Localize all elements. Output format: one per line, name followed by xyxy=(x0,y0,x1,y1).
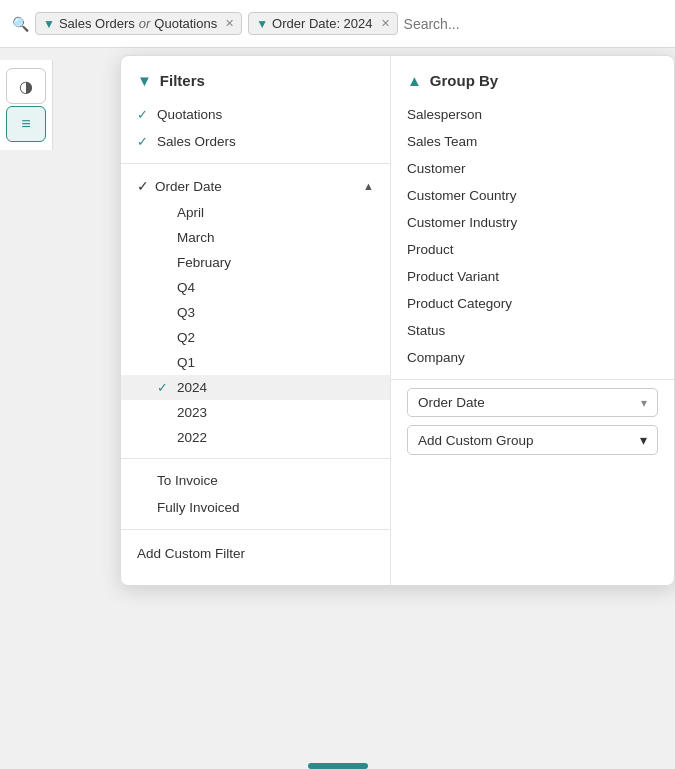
groupby-customer-industry[interactable]: Customer Industry xyxy=(391,209,674,236)
groupby-salesperson[interactable]: Salesperson xyxy=(391,101,674,128)
groupby-product-category[interactable]: Product Category xyxy=(391,290,674,317)
add-custom-group-button[interactable]: Add Custom Group ▾ xyxy=(407,425,658,455)
filter-tag-icon2: ▼ xyxy=(256,17,268,31)
filter-tag-icon: ▼ xyxy=(43,17,55,31)
order-date-select-arrow: ▾ xyxy=(641,396,647,410)
date-label-february: February xyxy=(177,255,231,270)
groupby-customer-label: Customer xyxy=(407,161,466,176)
add-custom-group-label: Add Custom Group xyxy=(418,433,534,448)
pie-chart-icon: ◑ xyxy=(19,77,33,96)
filters-header-label: Filters xyxy=(160,72,205,89)
filter-tag-close[interactable]: ✕ xyxy=(225,17,234,30)
groupby-customer-country[interactable]: Customer Country xyxy=(391,182,674,209)
filter-to-invoice-label: To Invoice xyxy=(157,473,218,488)
date-item-march[interactable]: ✓ March xyxy=(121,225,390,250)
order-date-left: ✓ Order Date xyxy=(137,178,222,194)
filter-tag-order-date[interactable]: ▼ Order Date: 2024 ✕ xyxy=(248,12,397,35)
filter-order-date-header[interactable]: ✓ Order Date ▲ xyxy=(121,172,390,200)
list-icon: ≡ xyxy=(21,115,30,133)
date-item-2022[interactable]: ✓ 2022 xyxy=(121,425,390,450)
date-label-march: March xyxy=(177,230,215,245)
filter-sales-orders[interactable]: ✓ Sales Orders xyxy=(121,128,390,155)
date-label-q1: Q1 xyxy=(177,355,195,370)
date-item-february[interactable]: ✓ February xyxy=(121,250,390,275)
date-item-q3[interactable]: ✓ Q3 xyxy=(121,300,390,325)
pie-chart-view-button[interactable]: ◑ xyxy=(6,68,46,104)
groupby-column: ▲ Group By Salesperson Sales Team Custom… xyxy=(391,56,674,585)
search-icon[interactable]: 🔍 xyxy=(12,16,29,32)
filter-tag-label: Sales Orders xyxy=(59,16,135,31)
check-icon-2024: ✓ xyxy=(157,380,171,395)
groupby-customer-country-label: Customer Country xyxy=(407,188,517,203)
search-input[interactable] xyxy=(404,16,663,32)
order-date-select[interactable]: Order Date ▾ xyxy=(407,388,658,417)
check-icon-quotations: ✓ xyxy=(137,107,151,122)
filter-fully-invoiced-label: Fully Invoiced xyxy=(157,500,240,515)
groupby-divider xyxy=(391,379,674,380)
list-view-button[interactable]: ≡ xyxy=(6,106,46,142)
filter-tag-label2: Quotations xyxy=(154,16,217,31)
date-item-q2[interactable]: ✓ Q2 xyxy=(121,325,390,350)
search-bar: 🔍 ▼ Sales Orders or Quotations ✕ ▼ Order… xyxy=(0,0,675,48)
filter-tag-sales-orders[interactable]: ▼ Sales Orders or Quotations ✕ xyxy=(35,12,242,35)
date-label-april: April xyxy=(177,205,204,220)
date-item-2023[interactable]: ✓ 2023 xyxy=(121,400,390,425)
filters-header: ▼ Filters xyxy=(121,72,390,101)
filters-column: ▼ Filters ✓ Quotations ✓ Sales Orders ✓ … xyxy=(121,56,391,585)
filter-quotations[interactable]: ✓ Quotations xyxy=(121,101,390,128)
order-date-select-label: Order Date xyxy=(418,395,485,410)
filters-header-icon: ▼ xyxy=(137,72,152,89)
date-label-q3: Q3 xyxy=(177,305,195,320)
groupby-product[interactable]: Product xyxy=(391,236,674,263)
check-icon-order-date: ✓ xyxy=(137,178,149,194)
groupby-sales-team[interactable]: Sales Team xyxy=(391,128,674,155)
date-label-q2: Q2 xyxy=(177,330,195,345)
filter-to-invoice[interactable]: ✓ To Invoice xyxy=(121,467,390,494)
groupby-customer-industry-label: Customer Industry xyxy=(407,215,517,230)
add-custom-group-arrow: ▾ xyxy=(640,432,647,448)
filter-tag-connector: or xyxy=(139,16,151,31)
groupby-customer[interactable]: Customer xyxy=(391,155,674,182)
groupby-status-label: Status xyxy=(407,323,445,338)
date-item-q4[interactable]: ✓ Q4 xyxy=(121,275,390,300)
divider-3 xyxy=(121,529,390,530)
groupby-header-icon: ▲ xyxy=(407,72,422,89)
filter-tag-date-label: Order Date: 2024 xyxy=(272,16,372,31)
date-item-2024[interactable]: ✓ 2024 xyxy=(121,375,390,400)
divider-1 xyxy=(121,163,390,164)
date-label-q4: Q4 xyxy=(177,280,195,295)
groupby-company-label: Company xyxy=(407,350,465,365)
scroll-indicator xyxy=(308,763,368,769)
groupby-salesperson-label: Salesperson xyxy=(407,107,482,122)
order-date-label: Order Date xyxy=(155,179,222,194)
groupby-product-label: Product xyxy=(407,242,454,257)
filter-sales-orders-label: Sales Orders xyxy=(157,134,236,149)
groupby-sales-team-label: Sales Team xyxy=(407,134,477,149)
groupby-company[interactable]: Company xyxy=(391,344,674,371)
groupby-product-variant[interactable]: Product Variant xyxy=(391,263,674,290)
groupby-header-label: Group By xyxy=(430,72,498,89)
date-label-2022: 2022 xyxy=(177,430,207,445)
divider-2 xyxy=(121,458,390,459)
date-item-april[interactable]: ✓ April xyxy=(121,200,390,225)
date-label-2024: 2024 xyxy=(177,380,207,395)
groupby-product-category-label: Product Category xyxy=(407,296,512,311)
view-toggle-group: ◑ ≡ xyxy=(0,60,53,150)
check-icon-sales-orders: ✓ xyxy=(137,134,151,149)
filter-tag-date-close[interactable]: ✕ xyxy=(381,17,390,30)
filter-dropdown-panel: ▼ Filters ✓ Quotations ✓ Sales Orders ✓ … xyxy=(120,55,675,586)
order-date-collapse-icon: ▲ xyxy=(363,180,374,192)
filter-quotations-label: Quotations xyxy=(157,107,222,122)
date-item-q1[interactable]: ✓ Q1 xyxy=(121,350,390,375)
groupby-product-variant-label: Product Variant xyxy=(407,269,499,284)
groupby-header: ▲ Group By xyxy=(391,72,674,101)
groupby-status[interactable]: Status xyxy=(391,317,674,344)
add-custom-filter-label: Add Custom Filter xyxy=(137,546,245,561)
add-custom-filter-button[interactable]: Add Custom Filter xyxy=(121,538,390,569)
date-label-2023: 2023 xyxy=(177,405,207,420)
filter-fully-invoiced[interactable]: ✓ Fully Invoiced xyxy=(121,494,390,521)
